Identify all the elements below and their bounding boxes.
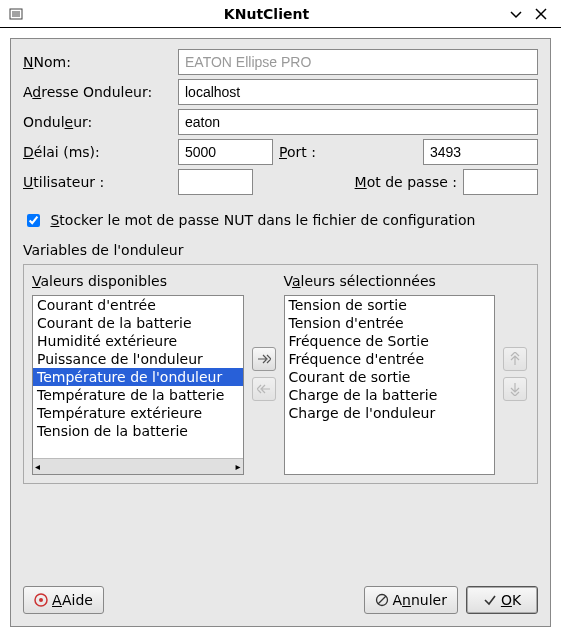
window-title: KNutClient [32, 6, 501, 22]
list-item[interactable]: Fréquence d'entrée [285, 350, 495, 368]
move-right-button[interactable] [252, 347, 276, 371]
list-item[interactable]: Température de l'onduleur [33, 368, 243, 386]
selected-listbox[interactable]: Tension de sortieTension d'entréeFréquen… [284, 295, 496, 475]
help-button[interactable]: AAide [23, 586, 104, 614]
list-item[interactable]: Courant d'entrée [33, 296, 243, 314]
delai-field[interactable] [178, 139, 273, 165]
move-left-button[interactable] [252, 377, 276, 401]
move-up-button[interactable] [503, 347, 527, 371]
port-field[interactable] [423, 139, 538, 165]
onduleur-field[interactable] [178, 109, 538, 135]
cancel-button[interactable]: Annuler [364, 586, 458, 614]
list-item[interactable]: Température extérieure [33, 404, 243, 422]
available-header: Valeurs disponibles [32, 273, 244, 289]
variables-section-title: Variables de l'onduleur [23, 242, 538, 258]
list-item[interactable]: Tension de la batterie [33, 422, 243, 440]
hscrollbar[interactable]: ◂▸ [33, 458, 243, 474]
onduleur-label: Onduleur: [23, 114, 178, 130]
list-item[interactable]: Température de la batterie [33, 386, 243, 404]
ok-button[interactable]: OK [466, 586, 538, 614]
list-item[interactable]: Courant de sortie [285, 368, 495, 386]
svg-line-9 [378, 596, 386, 604]
list-item[interactable]: Charge de la batterie [285, 386, 495, 404]
ok-icon [483, 593, 497, 607]
port-label: Port : [279, 144, 417, 160]
close-icon[interactable] [535, 8, 553, 20]
list-item[interactable]: Tension de sortie [285, 296, 495, 314]
list-item[interactable]: Tension d'entrée [285, 314, 495, 332]
list-item[interactable]: Puissance de l'onduleur [33, 350, 243, 368]
pass-field[interactable] [463, 169, 538, 195]
list-item[interactable]: Fréquence de Sortie [285, 332, 495, 350]
minimize-icon[interactable] [509, 7, 527, 21]
app-icon [8, 6, 24, 22]
adresse-label: Adresse Onduleur: [23, 84, 178, 100]
cancel-icon [375, 593, 389, 607]
selected-header: Valeurs sélectionnées [284, 273, 496, 289]
store-password-checkbox[interactable] [27, 214, 40, 227]
dual-list-panel: Valeurs disponibles Courant d'entréeCour… [23, 264, 538, 484]
adresse-field[interactable] [178, 79, 538, 105]
nom-label: NNom: [23, 54, 178, 70]
user-field[interactable] [178, 169, 253, 195]
help-icon [34, 593, 48, 607]
main-panel: NNom: Adresse Onduleur: Onduleur: Délai … [10, 38, 551, 627]
user-label: Utilisateur : [23, 174, 178, 190]
list-item[interactable]: Humidité extérieure [33, 332, 243, 350]
available-listbox[interactable]: Courant d'entréeCourant de la batterieHu… [32, 295, 244, 475]
delai-label: Délai (ms): [23, 144, 178, 160]
list-item[interactable]: Courant de la batterie [33, 314, 243, 332]
move-down-button[interactable] [503, 377, 527, 401]
svg-point-7 [39, 598, 43, 602]
list-item[interactable]: Charge de l'onduleur [285, 404, 495, 422]
titlebar: KNutClient [0, 0, 561, 28]
pass-label: Mot de passe : [259, 174, 457, 190]
store-password-row[interactable]: Stocker le mot de passe NUT dans le fich… [23, 211, 538, 230]
nom-field[interactable] [178, 49, 538, 75]
